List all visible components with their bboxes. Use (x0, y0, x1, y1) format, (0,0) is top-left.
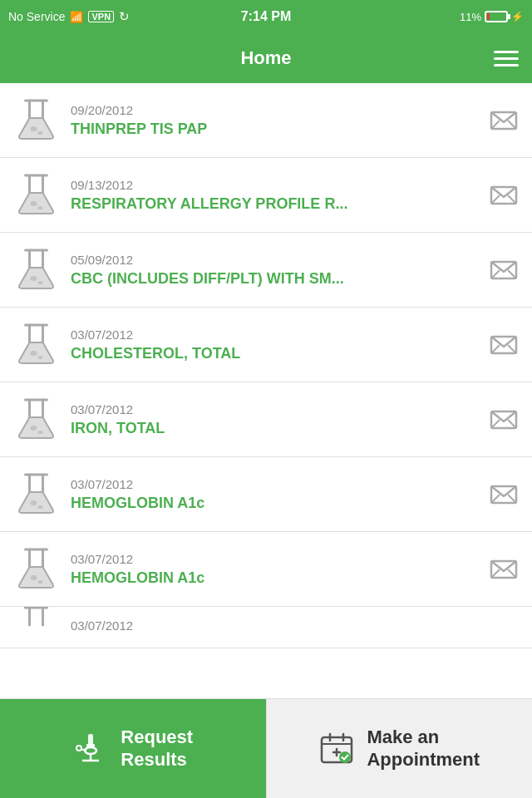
item-date: 09/20/2012 (71, 103, 480, 117)
mail-icon[interactable] (489, 180, 519, 210)
results-list: 09/20/2012 THINPREP TIS PAP 09/ (0, 83, 532, 719)
item-text: 09/20/2012 THINPREP TIS PAP (71, 103, 480, 138)
item-date: 09/13/2012 (71, 178, 480, 192)
nav-bar: Home (0, 33, 532, 83)
item-text: 03/07/2012 HEMOGLOBIN A1c (71, 552, 480, 587)
svg-line-47 (508, 495, 516, 503)
svg-line-23 (508, 270, 516, 278)
wifi-icon (70, 10, 83, 23)
mail-icon[interactable] (489, 480, 519, 510)
svg-line-55 (508, 569, 516, 578)
item-name: THINPREP TIS PAP (71, 121, 480, 138)
request-results-label: RequestResults (121, 727, 193, 771)
page-title: Home (240, 47, 291, 69)
svg-point-43 (31, 500, 37, 505)
mail-icon[interactable] (489, 330, 519, 360)
list-item[interactable]: 03/07/2012 IRON, TOTAL (0, 382, 532, 457)
svg-line-6 (491, 121, 500, 129)
mail-icon[interactable] (489, 255, 519, 285)
svg-point-65 (76, 746, 81, 751)
svg-line-15 (508, 195, 516, 204)
svg-line-7 (508, 121, 516, 129)
bottom-bar: RequestResults Make anAppointment (0, 698, 532, 798)
svg-line-54 (491, 569, 500, 578)
item-text: 09/13/2012 RESPIRATORY ALLERGY PROFILE R… (71, 178, 480, 213)
item-name: CBC (INCLUDES DIFF/PLT) WITH SM... (71, 270, 480, 288)
item-text: 03/07/2012 CHOLESTEROL, TOTAL (71, 328, 480, 362)
svg-point-51 (31, 575, 37, 580)
item-date: 03/07/2012 (71, 328, 480, 342)
status-right: 11% ⚡ (460, 11, 524, 23)
svg-point-44 (38, 505, 43, 509)
flask-icon (13, 172, 59, 218)
status-left: No Service VPN (8, 9, 130, 24)
hamburger-line-3 (494, 64, 519, 66)
svg-line-14 (491, 195, 500, 204)
item-text: 03/07/2012 HEMOGLOBIN A1c (71, 477, 480, 512)
svg-point-61 (85, 747, 96, 754)
flask-icon (13, 607, 59, 648)
make-appointment-button[interactable]: Make anAppointment (266, 699, 533, 798)
vpn-badge: VPN (88, 11, 114, 22)
flask-icon (13, 397, 59, 442)
item-text: 05/09/2012 CBC (INCLUDES DIFF/PLT) WITH … (71, 253, 480, 288)
calendar-icon (318, 731, 355, 767)
make-appointment-label: Make anAppointment (367, 727, 480, 771)
svg-point-27 (31, 351, 37, 356)
list-item[interactable]: 03/07/2012 CHOLESTEROL, TOTAL (0, 308, 532, 382)
svg-point-3 (31, 126, 37, 131)
svg-point-12 (38, 206, 43, 209)
item-date: 05/09/2012 (71, 253, 480, 267)
refresh-icon (119, 9, 130, 24)
mail-icon[interactable] (489, 106, 519, 135)
hamburger-line-1 (494, 51, 519, 53)
item-name: IRON, TOTAL (71, 420, 480, 437)
flask-icon (13, 97, 59, 143)
item-date: 03/07/2012 (71, 618, 519, 633)
item-date: 03/07/2012 (71, 477, 480, 491)
item-name: HEMOGLOBIN A1c (71, 495, 480, 512)
microscope-icon (72, 731, 109, 767)
svg-point-4 (38, 131, 43, 135)
svg-point-35 (31, 426, 37, 431)
mail-icon[interactable] (489, 554, 519, 584)
svg-point-11 (31, 201, 37, 206)
mail-icon[interactable] (489, 405, 519, 435)
status-time: 7:14 PM (241, 9, 291, 24)
svg-line-38 (491, 420, 500, 428)
status-bar: No Service VPN 7:14 PM 11% ⚡ (0, 0, 532, 33)
svg-point-36 (38, 431, 43, 434)
flask-icon (13, 546, 59, 592)
list-item[interactable]: 05/09/2012 CBC (INCLUDES DIFF/PLT) WITH … (0, 233, 532, 308)
no-service-text: No Service (8, 10, 65, 23)
svg-point-52 (38, 580, 43, 584)
item-date: 03/07/2012 (71, 552, 480, 566)
battery-bolt-icon: ⚡ (511, 11, 524, 22)
hamburger-line-2 (494, 57, 519, 60)
flask-icon (13, 247, 59, 293)
item-text: 03/07/2012 (71, 618, 519, 636)
svg-line-31 (508, 345, 516, 353)
svg-point-19 (31, 276, 37, 281)
svg-point-20 (38, 281, 43, 284)
flask-icon (13, 471, 59, 517)
item-name: CHOLESTEROL, TOTAL (71, 345, 480, 362)
request-results-button[interactable]: RequestResults (0, 699, 266, 798)
svg-line-30 (491, 345, 500, 353)
svg-line-46 (491, 495, 500, 503)
hamburger-menu-button[interactable] (494, 51, 519, 66)
list-item[interactable]: 09/20/2012 THINPREP TIS PAP (0, 83, 532, 158)
list-item[interactable]: 03/07/2012 (0, 607, 532, 648)
svg-rect-59 (88, 734, 93, 746)
list-item[interactable]: 03/07/2012 HEMOGLOBIN A1c (0, 457, 532, 532)
item-name: HEMOGLOBIN A1c (71, 569, 480, 587)
svg-line-22 (491, 270, 500, 278)
battery-percent: 11% (460, 11, 481, 23)
list-item[interactable]: 03/07/2012 HEMOGLOBIN A1c (0, 532, 532, 607)
item-text: 03/07/2012 IRON, TOTAL (71, 402, 480, 437)
list-item[interactable]: 09/13/2012 RESPIRATORY ALLERGY PROFILE R… (0, 158, 532, 233)
svg-line-39 (508, 420, 516, 428)
item-date: 03/07/2012 (71, 402, 480, 416)
flask-icon (13, 322, 59, 367)
battery-icon (485, 11, 508, 22)
